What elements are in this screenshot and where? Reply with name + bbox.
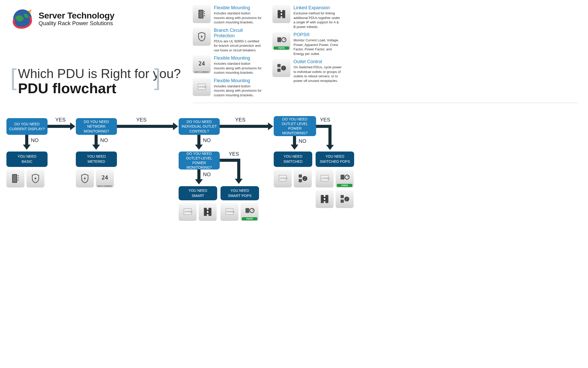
svg-point-28 xyxy=(206,210,209,214)
https-icon: HTTPS:// xyxy=(220,203,238,221)
feature-item: Linked ExpansionExclusive method for lin… xyxy=(272,5,342,29)
feature-title: Branch Circuit Protection xyxy=(214,28,262,39)
question-network-monitoring: DO YOU NEED NETWORK MONITORING? xyxy=(76,118,117,135)
icons-basic xyxy=(6,169,44,187)
feature-desc: Exclusive method for linking additional … xyxy=(293,11,342,29)
features-panel: Flexible MountingIncludes standard butto… xyxy=(193,5,583,98)
svg-point-32 xyxy=(250,208,254,213)
svg-text:24: 24 xyxy=(102,175,108,181)
svg-rect-37 xyxy=(299,179,302,182)
label-yes: YES xyxy=(55,117,66,123)
svg-rect-36 xyxy=(299,174,302,178)
svg-point-17 xyxy=(281,66,286,71)
svg-point-42 xyxy=(345,175,349,179)
feature-title: POPS® xyxy=(293,32,342,37)
https-icon: HTTPS:// xyxy=(179,203,197,221)
feature-item: Branch Circuit ProtectionPDUs are UL 609… xyxy=(193,28,262,53)
label-yes: YES xyxy=(320,117,330,123)
result-switched: YOU NEED SWITCHED xyxy=(274,152,312,167)
svg-point-20 xyxy=(17,175,19,176)
svg-line-33 xyxy=(252,210,253,211)
shield-icon xyxy=(26,169,44,187)
result-switched-pops: YOU NEED SWITCHED POPS xyxy=(316,152,354,167)
svg-rect-16 xyxy=(277,69,281,72)
feature-title: Flexible Mounting xyxy=(214,55,262,61)
svg-point-38 xyxy=(302,176,307,181)
flowchart: DO YOU NEED CURRENT DISPLAY? YES NO YOU … xyxy=(5,116,583,244)
label-yes: YES xyxy=(136,117,146,123)
svg-point-3 xyxy=(204,11,205,12)
svg-rect-19 xyxy=(13,175,17,182)
question-outlet-level-power: DO YOU NEED OUTLET-LEVEL POWER MONITORIN… xyxy=(179,152,220,169)
shield-icon xyxy=(76,169,94,187)
shield-icon xyxy=(193,28,211,46)
feature-title: Linked Expansion xyxy=(293,5,342,11)
feature-desc: Includes standard button mounts along wi… xyxy=(214,11,262,25)
outlet-icon xyxy=(336,190,354,208)
svg-point-4 xyxy=(204,13,205,14)
arrow-no xyxy=(293,136,296,145)
svg-rect-31 xyxy=(245,208,249,213)
feature-item: Outlet ControlOn Switched PDUs, cycle po… xyxy=(272,59,342,83)
display24-icon: 24INPUT CURRENT xyxy=(193,55,211,73)
label-no: NO xyxy=(203,172,211,177)
svg-point-49 xyxy=(344,197,349,202)
feature-title: Flexible Mounting xyxy=(214,78,262,83)
outlet-icon xyxy=(272,59,290,77)
arrow-yes xyxy=(48,125,71,128)
question-current-display: DO YOU NEED CURRENT DISPLAY? xyxy=(6,118,48,135)
pops-icon: POPS xyxy=(241,203,259,221)
result-smart-pops: YOU NEED SMART POPS xyxy=(220,186,259,200)
svg-text:HTTPS://: HTTPS:// xyxy=(226,211,234,213)
result-smart: YOU NEED SMART xyxy=(179,186,217,200)
svg-line-14 xyxy=(284,39,285,40)
arrow-yes xyxy=(328,125,332,145)
svg-point-21 xyxy=(17,177,19,178)
icons-switched-pops-2 xyxy=(316,190,354,208)
svg-line-43 xyxy=(347,176,348,177)
svg-rect-15 xyxy=(277,64,281,68)
feature-item: 24INPUT CURRENTFlexible MountingIncludes… xyxy=(193,55,262,75)
feature-desc: Includes standard button mounts along wi… xyxy=(214,84,262,98)
question-outlet-level-monitoring: DO YOU NEED OUTLET LEVEL POWER MONITORIN… xyxy=(274,116,316,136)
arrow-yes xyxy=(237,159,240,179)
outlet-icon xyxy=(294,169,312,187)
logo-subtitle: Quality Rack Power Solutions xyxy=(39,20,114,27)
svg-text:HTTPS://: HTTPS:// xyxy=(199,86,207,88)
icons-switched-pops: HTTPS:// POPS xyxy=(316,169,354,187)
feature-desc: PDUs are UL 60950-1 certified for branch… xyxy=(214,39,262,53)
display-icon: 24INPUT CURRENT xyxy=(96,169,114,187)
result-metered: YOU NEED METERED xyxy=(76,152,117,167)
svg-text:24: 24 xyxy=(198,61,205,67)
feature-desc: Includes standard button mounts along wi… xyxy=(214,61,262,75)
https-icon: HTTPS:// xyxy=(316,169,334,187)
globe-icon xyxy=(10,6,35,31)
result-basic: YOU NEED BASIC xyxy=(6,152,48,167)
logo-title: Server Technology xyxy=(39,11,114,21)
rack-icon xyxy=(193,5,211,23)
label-yes: YES xyxy=(229,151,239,157)
divider xyxy=(193,103,578,103)
feature-item: Flexible MountingIncludes standard butto… xyxy=(193,5,262,25)
svg-point-13 xyxy=(282,38,286,42)
label-no: NO xyxy=(203,137,211,143)
label-no: NO xyxy=(100,137,108,143)
arrow-no xyxy=(95,135,98,145)
logo: Server Technology Quality Rack Power Sol… xyxy=(10,6,114,31)
feature-desc: On Switched PDUs, cycle power to individ… xyxy=(293,65,342,83)
question-outlet-control: DO YOU NEED INDIVIDUAL OUTLET CONTROL? xyxy=(179,118,220,135)
icons-smart-pops: HTTPS:// POPS xyxy=(220,203,259,221)
svg-rect-2 xyxy=(199,10,203,18)
feature-item: HTTPS://Flexible MountingIncludes standa… xyxy=(193,78,262,98)
icons-switched: HTTPS:// xyxy=(274,169,312,187)
svg-rect-47 xyxy=(341,195,344,198)
svg-text:HTTPS://: HTTPS:// xyxy=(280,177,288,180)
svg-rect-48 xyxy=(341,200,344,203)
label-no: NO xyxy=(31,137,39,143)
svg-text:HTTPS://: HTTPS:// xyxy=(185,211,192,213)
link-icon xyxy=(316,190,334,208)
svg-point-22 xyxy=(17,180,19,181)
svg-point-11 xyxy=(280,13,283,16)
svg-rect-12 xyxy=(277,37,281,42)
https-icon: HTTPS:// xyxy=(193,78,211,96)
